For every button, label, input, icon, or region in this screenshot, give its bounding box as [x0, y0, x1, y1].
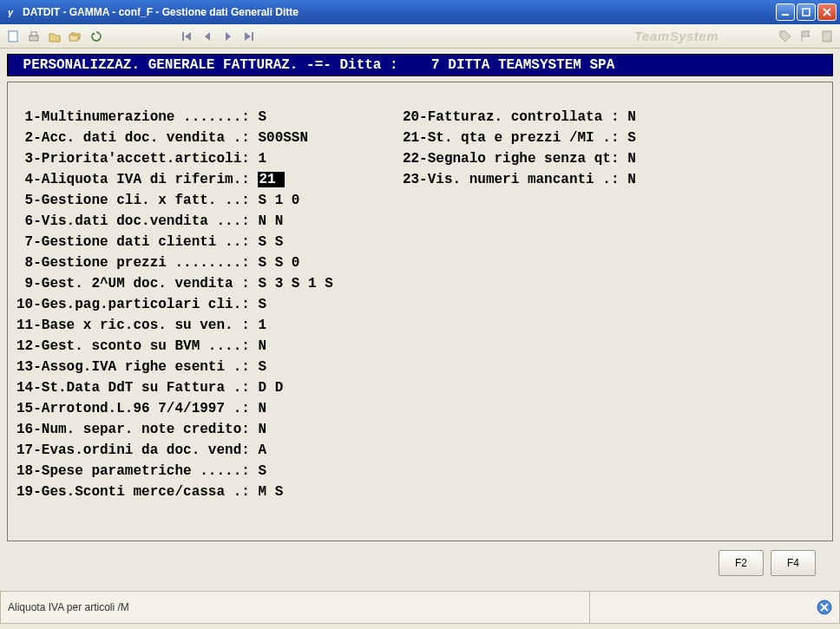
setting-value[interactable]: S: [258, 463, 266, 479]
setting-label: -Vis.dati doc.vendita ...:: [33, 213, 258, 229]
setting-value[interactable]: N N: [258, 213, 283, 229]
setting-row: 6-Vis.dati doc.vendita ...: N N: [16, 211, 333, 232]
header-band: PERSONALIZZAZ. GENERALE FATTURAZ. -=- Di…: [7, 54, 833, 76]
setting-value[interactable]: N: [258, 338, 266, 354]
close-button[interactable]: [817, 3, 837, 21]
setting-row: 8-Gestione prezzi ........: S S 0: [16, 252, 333, 273]
setting-value[interactable]: S S: [258, 234, 283, 250]
setting-row: 2-Acc. dati doc. vendita .: S00SSN: [16, 128, 333, 148]
setting-value[interactable]: D D: [258, 380, 283, 396]
setting-label: -Acc. dati doc. vendita .:: [33, 130, 258, 146]
setting-value[interactable]: 21: [258, 172, 285, 187]
setting-label: -Ges.Sconti merce/cassa .:: [33, 484, 258, 500]
minimize-button[interactable]: [776, 3, 795, 21]
settings-column-right: 20-Fatturaz. controllata : N21-St. qta e…: [403, 107, 636, 502]
setting-value[interactable]: N: [258, 422, 266, 437]
setting-label: -Ges.pag.particolari cli.:: [33, 297, 258, 312]
setting-row: 19-Ges.Sconti merce/cassa .: M S: [16, 482, 333, 502]
setting-label: -Gestione cli. x fatt. ..:: [33, 193, 258, 208]
setting-label: -Num. separ. note credito:: [33, 422, 258, 437]
toolbar-file-group: [5, 29, 104, 44]
prev-icon[interactable]: [200, 29, 215, 44]
setting-number: 12: [16, 336, 33, 357]
setting-number: 3: [16, 148, 33, 169]
f2-button[interactable]: F2: [719, 550, 764, 576]
setting-number: 6: [16, 211, 33, 232]
setting-value[interactable]: S 3 S 1 S: [258, 276, 332, 292]
setting-number: 11: [16, 315, 33, 336]
app-icon: γ: [3, 5, 17, 19]
svg-rect-7: [182, 32, 184, 41]
setting-value[interactable]: S: [258, 109, 266, 125]
setting-number: 21: [403, 128, 419, 148]
setting-value[interactable]: S 1 0: [258, 193, 299, 208]
button-bar: F2 F4: [7, 541, 833, 576]
setting-value[interactable]: N: [627, 151, 636, 167]
folder-icon[interactable]: [47, 29, 62, 44]
setting-row: 1-Multinumerazione .......: S: [16, 107, 333, 128]
window-buttons: [776, 3, 837, 21]
setting-row: 11-Base x ric.cos. su ven. : 1: [16, 315, 333, 336]
setting-number: 14: [16, 377, 33, 398]
setting-number: 22: [403, 148, 419, 169]
first-icon[interactable]: [179, 29, 194, 44]
setting-value[interactable]: A: [258, 442, 266, 458]
setting-number: 16: [16, 419, 33, 440]
terminal-panel: 1-Multinumerazione .......: S 2-Acc. dat…: [7, 82, 833, 541]
setting-label: -St. qta e prezzi /MI .:: [419, 130, 627, 146]
new-icon[interactable]: [5, 29, 21, 44]
toolbar: TeamSystem: [0, 24, 840, 49]
flag-icon[interactable]: [798, 29, 814, 44]
setting-value[interactable]: N: [627, 109, 636, 125]
setting-number: 7: [16, 232, 33, 252]
print-icon[interactable]: [26, 29, 42, 44]
toolbar-right-group: [778, 29, 835, 44]
f4-button[interactable]: F4: [771, 550, 816, 576]
svg-rect-6: [31, 32, 36, 36]
setting-value[interactable]: M S: [258, 484, 283, 500]
brand-logo: TeamSystem: [634, 29, 719, 43]
setting-row: 20-Fatturaz. controllata : N: [403, 107, 636, 128]
note-icon[interactable]: [819, 29, 835, 44]
tag-icon[interactable]: [778, 29, 793, 44]
next-icon[interactable]: [220, 29, 236, 44]
svg-rect-0: [782, 14, 789, 16]
setting-label: -Gestione dati clienti ..:: [33, 234, 258, 250]
setting-number: 23: [403, 169, 419, 190]
setting-row: 16-Num. separ. note credito: N: [16, 419, 333, 440]
svg-rect-8: [252, 32, 253, 41]
setting-row: 7-Gestione dati clienti ..: S S: [16, 232, 333, 252]
setting-row: 13-Assog.IVA righe esenti .: S: [16, 357, 333, 377]
status-text: Aliquota IVA per articoli /M: [0, 592, 590, 624]
status-right: [590, 592, 840, 624]
work-area: PERSONALIZZAZ. GENERALE FATTURAZ. -=- Di…: [0, 49, 840, 591]
setting-value[interactable]: S: [258, 359, 266, 375]
setting-value[interactable]: S00SSN: [258, 130, 308, 146]
setting-value[interactable]: N: [258, 401, 266, 416]
setting-label: -Fatturaz. controllata :: [419, 109, 627, 125]
setting-value[interactable]: S S 0: [258, 255, 299, 271]
last-icon[interactable]: [241, 29, 257, 44]
setting-value[interactable]: S: [258, 297, 266, 312]
setting-label: -Assog.IVA righe esenti .:: [33, 359, 258, 375]
setting-number: 8: [16, 252, 33, 273]
setting-value[interactable]: S: [627, 130, 636, 146]
setting-number: 20: [403, 107, 419, 128]
maximize-button[interactable]: [797, 3, 816, 21]
setting-row: 5-Gestione cli. x fatt. ..: S 1 0: [16, 190, 333, 211]
setting-number: 1: [16, 107, 33, 128]
setting-value[interactable]: 1: [258, 151, 266, 167]
setting-number: 10: [16, 294, 33, 315]
setting-number: 15: [16, 398, 33, 419]
setting-label: -Spese parametriche .....:: [33, 463, 258, 479]
folders-icon[interactable]: [68, 29, 83, 44]
titlebar: γ DATDIT - GAMMA - conf_F - Gestione dat…: [0, 0, 840, 24]
setting-value[interactable]: 1: [258, 318, 266, 333]
setting-label: -Segnalo righe senza qt:: [419, 151, 627, 167]
setting-number: 2: [16, 128, 33, 148]
setting-row: 22-Segnalo righe senza qt: N: [403, 148, 636, 169]
help-close-icon[interactable]: [817, 600, 832, 615]
setting-value[interactable]: N: [627, 172, 636, 187]
refresh-icon[interactable]: [89, 29, 104, 44]
setting-row: 4-Aliquota IVA di riferim.: 21: [16, 169, 333, 190]
